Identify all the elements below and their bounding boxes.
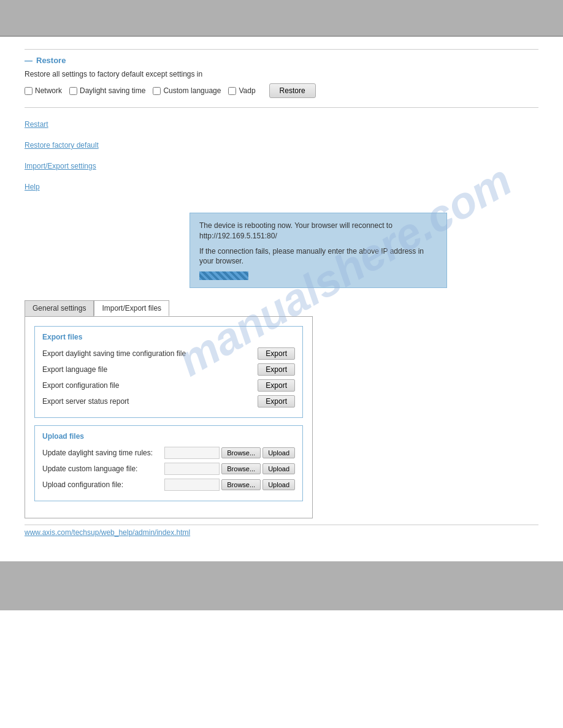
export-language-button[interactable]: Export bbox=[258, 363, 295, 376]
tab-content: Export files Export daylight saving time… bbox=[25, 316, 313, 518]
restore-options: Network Daylight saving time Custom lang… bbox=[25, 83, 538, 98]
export-daylight-label: Export daylight saving time configuratio… bbox=[42, 349, 258, 358]
checkbox-network[interactable] bbox=[25, 87, 33, 95]
export-files-title: Export files bbox=[42, 333, 295, 341]
export-daylight-button[interactable]: Export bbox=[258, 347, 295, 360]
upload-config-upload[interactable]: Upload bbox=[262, 479, 295, 490]
upload-language-row: Update custom language file: Browse... U… bbox=[42, 463, 295, 475]
tab-import-export-files[interactable]: Import/Export files bbox=[94, 300, 169, 316]
upload-daylight-browse[interactable]: Browse... bbox=[221, 447, 261, 458]
upload-daylight-upload[interactable]: Upload bbox=[262, 447, 295, 458]
upload-config-label: Upload configuration file: bbox=[42, 480, 164, 489]
upload-files-title: Upload files bbox=[42, 432, 295, 441]
restore-option-vadp[interactable]: Vadp bbox=[228, 86, 255, 95]
checkbox-vadp[interactable] bbox=[228, 87, 236, 95]
upload-daylight-label: Update daylight saving time rules: bbox=[42, 449, 164, 457]
upload-daylight-input[interactable] bbox=[164, 447, 220, 459]
bottom-link-container: www.axis.com/techsup/web_help/admin/inde… bbox=[25, 525, 538, 537]
top-bar bbox=[0, 0, 563, 37]
export-daylight-row: Export daylight saving time configuratio… bbox=[42, 347, 295, 360]
restore-option-language[interactable]: Custom language bbox=[153, 86, 221, 95]
upload-files-section: Upload files Update daylight saving time… bbox=[34, 425, 303, 501]
upload-language-input-group: Browse... Upload bbox=[164, 463, 295, 475]
export-config-label: Export configuration file bbox=[42, 381, 258, 390]
upload-config-input[interactable] bbox=[164, 479, 220, 491]
bottom-bar bbox=[0, 561, 563, 610]
upload-language-input[interactable] bbox=[164, 463, 220, 475]
export-status-label: Export server status report bbox=[42, 397, 258, 406]
upload-config-input-group: Browse... Upload bbox=[164, 479, 295, 491]
reboot-progress-bar bbox=[199, 271, 248, 280]
export-status-button[interactable]: Export bbox=[258, 395, 295, 408]
upload-daylight-input-group: Browse... Upload bbox=[164, 447, 295, 459]
restore-option-daylight[interactable]: Daylight saving time bbox=[69, 86, 145, 95]
links-area: Restart Restore factory default Import/E… bbox=[25, 117, 538, 207]
restore-description: Restore all settings to factory default … bbox=[25, 70, 538, 78]
reboot-message2: If the connection fails, please manually… bbox=[199, 246, 437, 267]
upload-config-browse[interactable]: Browse... bbox=[221, 479, 261, 490]
restore-option-network[interactable]: Network bbox=[25, 86, 62, 95]
tab-general-settings[interactable]: General settings bbox=[25, 300, 94, 316]
export-status-row: Export server status report Export bbox=[42, 395, 295, 408]
checkbox-language[interactable] bbox=[153, 87, 161, 95]
export-config-row: Export configuration file Export bbox=[42, 379, 295, 392]
export-language-label: Export language file bbox=[42, 365, 258, 374]
restore-title: Restore bbox=[25, 56, 538, 65]
link-restart[interactable]: Restart bbox=[25, 120, 48, 129]
export-config-button[interactable]: Export bbox=[258, 379, 295, 392]
upload-language-browse[interactable]: Browse... bbox=[221, 463, 261, 474]
export-files-section: Export files Export daylight saving time… bbox=[34, 326, 303, 418]
restore-section: Restore Restore all settings to factory … bbox=[25, 49, 538, 108]
link-import-export[interactable]: Import/Export settings bbox=[25, 162, 96, 170]
checkbox-daylight[interactable] bbox=[69, 87, 77, 95]
tabs-container: General settings Import/Export files Exp… bbox=[25, 300, 538, 537]
upload-daylight-row: Update daylight saving time rules: Brows… bbox=[42, 447, 295, 459]
bottom-link[interactable]: www.axis.com/techsup/web_help/admin/inde… bbox=[25, 528, 190, 537]
restore-button[interactable]: Restore bbox=[269, 83, 316, 98]
link-restore-factory[interactable]: Restore factory default bbox=[25, 141, 99, 150]
link-help[interactable]: Help bbox=[25, 183, 40, 191]
upload-language-label: Update custom language file: bbox=[42, 464, 164, 473]
upload-language-upload[interactable]: Upload bbox=[262, 463, 295, 474]
upload-config-row: Upload configuration file: Browse... Upl… bbox=[42, 479, 295, 491]
reboot-message1: The device is rebooting now. Your browse… bbox=[199, 221, 437, 241]
reboot-notification: The device is rebooting now. Your browse… bbox=[190, 213, 447, 288]
tab-bar: General settings Import/Export files bbox=[25, 300, 538, 316]
export-language-row: Export language file Export bbox=[42, 363, 295, 376]
